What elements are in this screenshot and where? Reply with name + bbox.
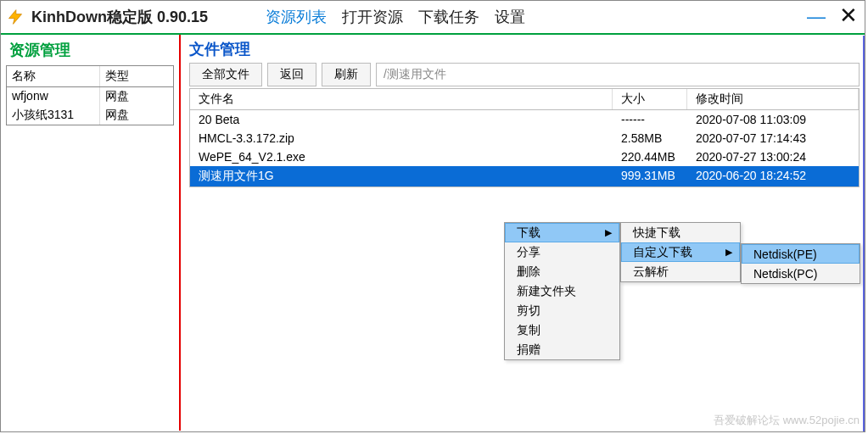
context-submenu-download[interactable]: 快捷下载 自定义下载▶ 云解析 xyxy=(620,222,741,282)
file-name: HMCL-3.3.172.zip xyxy=(190,129,613,147)
col-filename[interactable]: 文件名 xyxy=(190,89,613,109)
file-table-header: 文件名 大小 修改时间 xyxy=(190,89,859,110)
sidebar-row[interactable]: 小孩纸3131 网盘 xyxy=(7,106,173,125)
menu-new-folder[interactable]: 新建文件夹 xyxy=(505,281,619,301)
nav-settings[interactable]: 设置 xyxy=(495,7,525,27)
file-size: 220.44MB xyxy=(613,147,687,166)
main-panel: 文件管理 全部文件 返回 刷新 文件名 大小 修改时间 20 Beta ----… xyxy=(181,35,865,431)
file-row[interactable]: HMCL-3.3.172.zip 2.58MB 2020-07-07 17:14… xyxy=(190,129,859,147)
sidebar-col-type: 类型 xyxy=(100,66,134,86)
sidebar-table: 名称 类型 wfjonw 网盘 小孩纸3131 网盘 xyxy=(6,65,174,125)
all-files-button[interactable]: 全部文件 xyxy=(189,63,262,86)
window-controls: — ✕ xyxy=(805,6,860,28)
nav-download-tasks[interactable]: 下载任务 xyxy=(418,7,479,27)
svg-marker-0 xyxy=(9,10,22,25)
context-menu[interactable]: 下载▶ 分享 删除 新建文件夹 剪切 复制 捐赠 xyxy=(504,222,620,360)
app-title: KinhDown稳定版 0.90.15 xyxy=(31,7,208,27)
toolbar: 全部文件 返回 刷新 xyxy=(189,63,860,86)
sidebar-cell-type: 网盘 xyxy=(100,106,134,125)
file-name: WePE_64_V2.1.exe xyxy=(190,147,613,166)
back-button[interactable]: 返回 xyxy=(267,63,316,86)
file-mtime: 2020-07-08 11:03:09 xyxy=(687,110,859,129)
menu-quick-download[interactable]: 快捷下载 xyxy=(621,223,740,242)
sidebar-cell-name: wfjonw xyxy=(7,87,100,106)
file-mtime: 2020-06-20 18:24:52 xyxy=(687,166,859,186)
file-size: ------ xyxy=(613,110,687,129)
menu-share[interactable]: 分享 xyxy=(505,242,619,262)
menu-download[interactable]: 下载▶ xyxy=(505,223,619,242)
file-row[interactable]: 测速用文件1G 999.31MB 2020-06-20 18:24:52 xyxy=(190,166,859,186)
file-mtime: 2020-07-27 13:00:24 xyxy=(687,147,859,166)
sidebar-col-name: 名称 xyxy=(7,66,100,86)
chevron-right-icon: ▶ xyxy=(605,227,612,238)
menu-netdisk-pe[interactable]: Netdisk(PE) xyxy=(742,244,860,264)
sidebar-header-row: 名称 类型 xyxy=(7,66,173,87)
sidebar-cell-type: 网盘 xyxy=(100,87,134,106)
main-title: 文件管理 xyxy=(189,39,860,59)
app-window: KinhDown稳定版 0.90.15 资源列表 打开资源 下载任务 设置 — … xyxy=(0,0,865,432)
sidebar-row[interactable]: wfjonw 网盘 xyxy=(7,87,173,106)
titlebar: KinhDown稳定版 0.90.15 资源列表 打开资源 下载任务 设置 — … xyxy=(1,1,865,35)
menu-delete[interactable]: 删除 xyxy=(505,262,619,281)
path-input[interactable] xyxy=(376,63,860,86)
sidebar: 资源管理 名称 类型 wfjonw 网盘 小孩纸3131 网盘 xyxy=(1,35,181,431)
close-button[interactable]: ✕ xyxy=(837,6,860,28)
sidebar-title: 资源管理 xyxy=(9,40,171,60)
minimize-button[interactable]: — xyxy=(805,6,827,28)
nav-bar: 资源列表 打开资源 下载任务 设置 xyxy=(266,7,798,27)
file-name: 20 Beta xyxy=(190,110,613,129)
menu-copy[interactable]: 复制 xyxy=(505,320,619,340)
menu-custom-download[interactable]: 自定义下载▶ xyxy=(621,242,740,262)
menu-netdisk-pc[interactable]: Netdisk(PC) xyxy=(742,264,860,283)
file-mtime: 2020-07-07 17:14:43 xyxy=(687,129,859,147)
menu-donate[interactable]: 捐赠 xyxy=(505,340,619,359)
menu-cut[interactable]: 剪切 xyxy=(505,301,619,320)
file-row[interactable]: WePE_64_V2.1.exe 220.44MB 2020-07-27 13:… xyxy=(190,147,859,166)
context-submenu-custom[interactable]: Netdisk(PE) Netdisk(PC) xyxy=(741,243,860,284)
col-mtime[interactable]: 修改时间 xyxy=(687,89,859,109)
col-size[interactable]: 大小 xyxy=(613,89,687,109)
sidebar-cell-name: 小孩纸3131 xyxy=(7,106,100,125)
file-row[interactable]: 20 Beta ------ 2020-07-08 11:03:09 xyxy=(190,110,859,129)
chevron-right-icon: ▶ xyxy=(725,247,732,258)
app-logo-icon xyxy=(6,8,25,26)
file-size: 2.58MB xyxy=(613,129,687,147)
menu-cloud-parse[interactable]: 云解析 xyxy=(621,262,740,281)
file-name: 测速用文件1G xyxy=(190,166,613,186)
nav-resource-list[interactable]: 资源列表 xyxy=(266,7,327,27)
nav-open-resource[interactable]: 打开资源 xyxy=(342,7,403,27)
file-size: 999.31MB xyxy=(613,166,687,186)
file-table: 文件名 大小 修改时间 20 Beta ------ 2020-07-08 11… xyxy=(189,88,860,187)
body-area: 资源管理 名称 类型 wfjonw 网盘 小孩纸3131 网盘 文件管理 全部文 xyxy=(1,35,865,431)
refresh-button[interactable]: 刷新 xyxy=(322,63,371,86)
